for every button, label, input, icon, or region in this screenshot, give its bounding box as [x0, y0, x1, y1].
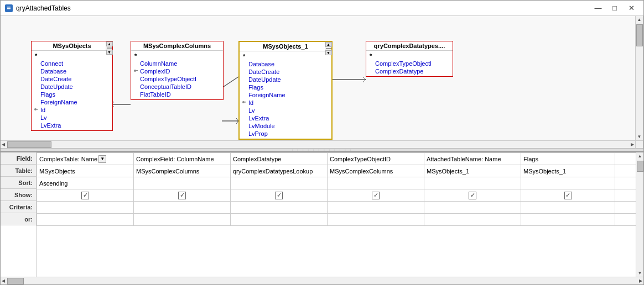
show-cell-2[interactable]	[231, 189, 328, 202]
grid-vscroll-thumb[interactable]	[637, 161, 643, 172]
table-qrycomplexdatatypes[interactable]: qryComplexDatatypes.... * ComplexTypeObj…	[366, 41, 453, 77]
or-cell-3[interactable]	[328, 214, 424, 226]
field-cell-2[interactable]: ComplexDatatype	[231, 153, 328, 165]
grid-vscroll-down[interactable]: ▼	[637, 270, 643, 277]
scroll-up-icon[interactable]: ▲	[106, 41, 113, 46]
grid-content[interactable]: ComplexTable: Name ▼ ComplexField: Colum…	[37, 152, 636, 277]
criteria-cell-1[interactable]	[134, 202, 231, 214]
field-cell-1[interactable]: ComplexField: ColumnName	[134, 153, 231, 165]
table-scrollbar-msysobjects1[interactable]: ▲ ▼	[325, 42, 331, 51]
field-datecreate: DateCreate	[32, 75, 106, 83]
show-cell-4[interactable]	[424, 189, 521, 202]
field-cell-4[interactable]: AttachedTableName: Name	[424, 153, 521, 165]
or-cell-4[interactable]	[424, 214, 521, 226]
field-lvextra: LvExtra	[240, 114, 325, 122]
vscroll-thumb[interactable]	[636, 24, 643, 46]
or-cell-2[interactable]	[231, 214, 328, 226]
sort-cell-3[interactable]	[328, 177, 424, 189]
table-header-msysobjects1: MSysObjects_1 ▲ ▼	[240, 42, 331, 51]
criteria-cell-0[interactable]	[37, 202, 134, 214]
or-cell-1[interactable]	[134, 214, 231, 226]
scroll-down-icon[interactable]: ▼	[325, 50, 332, 55]
minimize-button[interactable]: —	[590, 2, 606, 14]
field-asterisk: *	[240, 52, 325, 60]
table-msysobjects[interactable]: MSysObjects ▲ ▼ * Connect Database DateC…	[31, 41, 113, 131]
table-msyscomplexcolumns[interactable]: MSysComplexColumns * ColumnName ComplexI…	[131, 41, 224, 100]
vscroll-up-arrow[interactable]: ▲	[636, 16, 643, 23]
show-cell-5[interactable]	[521, 189, 615, 202]
show-row	[37, 189, 636, 202]
grid-row-headers: Field: Table: Sort: Show: Criteria:	[1, 152, 37, 277]
show-checkbox-0[interactable]	[81, 192, 89, 199]
grid-hscrollbar[interactable]: ◀ ▶	[1, 277, 643, 284]
field-database: Database	[32, 67, 106, 75]
scroll-thumb	[107, 48, 112, 49]
field-cell-empty[interactable]	[615, 153, 636, 165]
field-cell-0[interactable]: ComplexTable: Name ▼	[37, 153, 134, 165]
sort-row: Ascending	[37, 177, 636, 189]
field-dropdown-0[interactable]: ▼	[98, 155, 106, 163]
scroll-thumb	[326, 48, 331, 49]
grid-hscroll-right[interactable]: ▶	[638, 277, 643, 284]
sort-cell-2[interactable]	[231, 177, 328, 189]
sort-cell-empty[interactable]	[615, 177, 636, 189]
row-header-or: or:	[1, 213, 36, 225]
show-checkbox-3[interactable]	[372, 192, 380, 199]
title-bar: qryAttachedTables — □ ✕	[1, 1, 643, 16]
grid-vscroll-up[interactable]: ▲	[637, 152, 643, 160]
hscroll-left-arrow[interactable]: ◀	[1, 141, 6, 148]
grid-vscrollbar[interactable]: ▲ ▼	[636, 152, 643, 277]
field-flattableid: FlatTableID	[131, 91, 216, 98]
table-scrollbar-msysobjects[interactable]: ▲ ▼	[106, 41, 112, 50]
field-asterisk: *	[32, 52, 106, 60]
maximize-button[interactable]: □	[607, 2, 622, 14]
row-header-field: Field:	[1, 152, 36, 165]
or-cell-empty[interactable]	[615, 214, 636, 226]
show-cell-3[interactable]	[328, 189, 424, 202]
show-cell-0[interactable]	[37, 189, 134, 202]
scroll-up-icon[interactable]: ▲	[325, 42, 332, 47]
grid-hscroll-thumb[interactable]	[7, 278, 24, 284]
field-flags: Flags	[240, 83, 325, 91]
query-grid: Field: Table: Sort: Show: Criteria:	[1, 151, 643, 284]
hscroll-thumb[interactable]	[7, 141, 51, 148]
show-checkbox-2[interactable]	[275, 192, 283, 199]
show-checkbox-5[interactable]	[564, 192, 572, 199]
criteria-cell-4[interactable]	[424, 202, 521, 214]
sort-cell-0[interactable]: Ascending	[37, 177, 134, 189]
criteria-cell-2[interactable]	[231, 202, 328, 214]
show-checkbox-4[interactable]	[469, 192, 476, 199]
show-checkbox-1[interactable]	[178, 192, 186, 199]
table-msysobjects1[interactable]: MSysObjects_1 ▲ ▼ * Database DateCreate …	[238, 41, 333, 140]
or-cell-5[interactable]	[521, 214, 615, 226]
field-lvmodule: LvModule	[240, 122, 325, 130]
show-cell-1[interactable]	[134, 189, 231, 202]
grid-hscroll-left[interactable]: ◀	[1, 277, 6, 284]
close-button[interactable]: ✕	[624, 2, 639, 14]
table-fields-msysobjects: * Connect Database DateCreate DateUpdate…	[32, 51, 112, 130]
criteria-cell-empty[interactable]	[615, 202, 636, 214]
svg-rect-2	[7, 8, 11, 9]
field-cell-3[interactable]: ComplexTypeObjectID	[328, 153, 424, 165]
field-lvprop: LvProp	[240, 130, 325, 138]
criteria-cell-5[interactable]	[521, 202, 615, 214]
vscroll-down-arrow[interactable]: ▼	[636, 133, 643, 140]
diagram-area: MSysObjects ▲ ▼ * Connect Database DateC…	[1, 16, 643, 148]
diagram-hscrollbar[interactable]: ◀ ▶	[1, 140, 635, 148]
or-cell-0[interactable]	[37, 214, 134, 226]
field-columnname: ColumnName	[131, 60, 216, 67]
diagram-vscrollbar[interactable]: ▲ ▼	[635, 16, 643, 140]
field-text-3: ComplexTypeObjectID	[330, 156, 391, 162]
field-cell-5[interactable]: Flags	[521, 153, 615, 165]
sort-cell-4[interactable]	[424, 177, 521, 189]
sort-cell-5[interactable]	[521, 177, 615, 189]
criteria-cell-3[interactable]	[328, 202, 424, 214]
table-row: MSysObjects MSysComplexColumns qryComple…	[37, 165, 636, 177]
field-row: ComplexTable: Name ▼ ComplexField: Colum…	[37, 153, 636, 165]
row-header-table: Table:	[1, 165, 36, 177]
hscroll-right-arrow[interactable]: ▶	[630, 141, 635, 148]
table-header-qrycomplexdatatypes: qryComplexDatatypes....	[366, 41, 453, 51]
sort-cell-1[interactable]	[134, 177, 231, 189]
scroll-down-icon[interactable]: ▼	[106, 50, 113, 55]
field-lv: Lv	[32, 114, 106, 122]
